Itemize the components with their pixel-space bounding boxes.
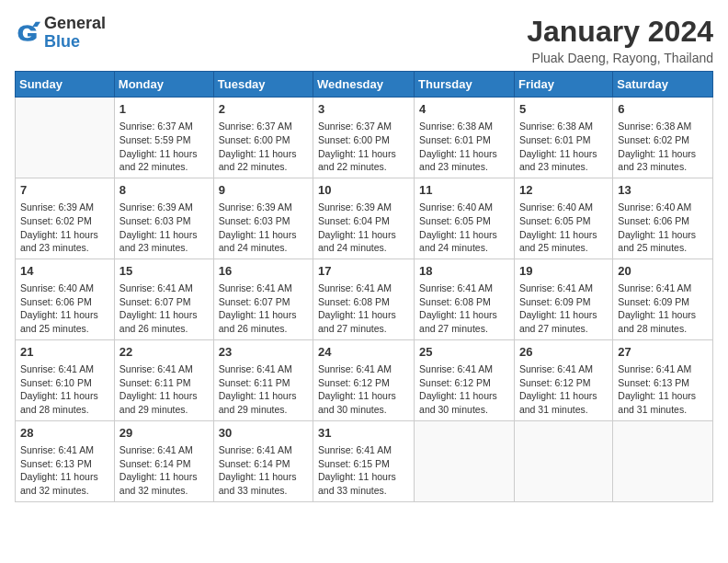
day-number: 22 [119,344,209,361]
day-number: 29 [119,425,209,442]
day-info: Sunrise: 6:41 AMSunset: 6:12 PMDaylight:… [519,362,608,417]
day-number: 2 [219,101,308,118]
weekday-header-tuesday: Tuesday [213,72,313,98]
day-number: 9 [219,182,308,199]
day-number: 23 [219,344,308,361]
day-number: 14 [20,263,109,280]
calendar-cell: 23Sunrise: 6:41 AMSunset: 6:11 PMDayligh… [213,339,313,420]
day-number: 20 [618,263,708,280]
day-number: 28 [20,425,109,442]
day-number: 3 [318,101,409,118]
day-info: Sunrise: 6:40 AMSunset: 6:06 PMDaylight:… [618,201,708,255]
day-number: 18 [419,263,509,280]
day-number: 17 [318,263,409,280]
calendar-cell: 7Sunrise: 6:39 AMSunset: 6:02 PMDaylight… [16,178,115,259]
day-info: Sunrise: 6:41 AMSunset: 6:12 PMDaylight:… [419,362,509,417]
weekday-header-thursday: Thursday [415,72,515,98]
calendar-cell: 6Sunrise: 6:38 AMSunset: 6:02 PMDaylight… [613,98,713,178]
calendar-cell: 15Sunrise: 6:41 AMSunset: 6:07 PMDayligh… [114,259,213,339]
day-number: 24 [318,344,409,361]
calendar-cell [16,98,115,178]
day-info: Sunrise: 6:39 AMSunset: 6:03 PMDaylight:… [219,201,308,255]
day-info: Sunrise: 6:40 AMSunset: 6:05 PMDaylight:… [419,201,509,255]
day-info: Sunrise: 6:41 AMSunset: 6:13 PMDaylight:… [618,362,708,417]
calendar-cell: 30Sunrise: 6:41 AMSunset: 6:14 PMDayligh… [213,420,313,501]
day-number: 5 [519,101,608,118]
day-info: Sunrise: 6:41 AMSunset: 6:08 PMDaylight:… [318,282,409,336]
day-number: 8 [119,182,209,199]
day-info: Sunrise: 6:41 AMSunset: 6:12 PMDaylight:… [318,362,409,417]
day-number: 6 [618,101,708,118]
calendar-cell: 16Sunrise: 6:41 AMSunset: 6:07 PMDayligh… [213,259,313,339]
day-number: 25 [419,344,509,361]
calendar-cell: 20Sunrise: 6:41 AMSunset: 6:09 PMDayligh… [613,259,713,339]
day-number: 4 [419,101,509,118]
logo: General Blue [15,15,106,52]
calendar-cell: 9Sunrise: 6:39 AMSunset: 6:03 PMDaylight… [213,178,313,259]
day-number: 27 [618,344,708,361]
calendar-cell: 21Sunrise: 6:41 AMSunset: 6:10 PMDayligh… [16,339,115,420]
day-info: Sunrise: 6:39 AMSunset: 6:04 PMDaylight:… [318,201,409,255]
day-info: Sunrise: 6:41 AMSunset: 6:14 PMDaylight:… [219,443,308,498]
day-info: Sunrise: 6:41 AMSunset: 6:08 PMDaylight:… [419,282,509,336]
calendar-cell: 1Sunrise: 6:37 AMSunset: 5:59 PMDaylight… [114,98,213,178]
calendar-cell: 29Sunrise: 6:41 AMSunset: 6:14 PMDayligh… [114,420,213,501]
day-info: Sunrise: 6:41 AMSunset: 6:13 PMDaylight:… [20,443,109,498]
calendar-cell: 26Sunrise: 6:41 AMSunset: 6:12 PMDayligh… [514,339,612,420]
logo-blue: Blue [44,32,80,51]
logo-general: General [44,14,106,32]
calendar-cell: 28Sunrise: 6:41 AMSunset: 6:13 PMDayligh… [16,420,115,501]
calendar-cell: 27Sunrise: 6:41 AMSunset: 6:13 PMDayligh… [613,339,713,420]
day-number: 19 [519,263,608,280]
day-info: Sunrise: 6:38 AMSunset: 6:01 PMDaylight:… [419,120,509,174]
weekday-header-row: SundayMondayTuesdayWednesdayThursdayFrid… [16,72,713,98]
day-info: Sunrise: 6:38 AMSunset: 6:01 PMDaylight:… [519,120,608,174]
calendar-week-1: 1Sunrise: 6:37 AMSunset: 5:59 PMDaylight… [16,98,713,178]
calendar-cell [415,420,515,501]
weekday-header-wednesday: Wednesday [313,72,415,98]
day-info: Sunrise: 6:41 AMSunset: 6:14 PMDaylight:… [119,443,209,498]
day-info: Sunrise: 6:39 AMSunset: 6:03 PMDaylight:… [119,201,209,255]
day-number: 16 [219,263,308,280]
day-info: Sunrise: 6:41 AMSunset: 6:09 PMDaylight:… [618,282,708,336]
day-number: 21 [20,344,109,361]
day-number: 12 [519,182,608,199]
weekday-header-monday: Monday [114,72,213,98]
day-info: Sunrise: 6:40 AMSunset: 6:06 PMDaylight:… [20,282,109,336]
calendar-cell: 10Sunrise: 6:39 AMSunset: 6:04 PMDayligh… [313,178,415,259]
page-header: General Blue January 2024 Pluak Daeng, R… [15,15,713,65]
calendar-week-4: 21Sunrise: 6:41 AMSunset: 6:10 PMDayligh… [16,339,713,420]
day-number: 13 [618,182,708,199]
calendar-week-5: 28Sunrise: 6:41 AMSunset: 6:13 PMDayligh… [16,420,713,501]
calendar-cell: 25Sunrise: 6:41 AMSunset: 6:12 PMDayligh… [415,339,515,420]
day-info: Sunrise: 6:41 AMSunset: 6:11 PMDaylight:… [219,362,308,417]
calendar-table: SundayMondayTuesdayWednesdayThursdayFrid… [15,71,713,502]
calendar-cell: 8Sunrise: 6:39 AMSunset: 6:03 PMDaylight… [114,178,213,259]
day-number: 1 [119,101,209,118]
day-number: 10 [318,182,409,199]
day-info: Sunrise: 6:37 AMSunset: 6:00 PMDaylight:… [219,120,308,174]
month-year: January 2024 [527,15,713,49]
calendar-cell: 5Sunrise: 6:38 AMSunset: 6:01 PMDaylight… [514,98,612,178]
calendar-cell: 31Sunrise: 6:41 AMSunset: 6:15 PMDayligh… [313,420,415,501]
calendar-cell [613,420,713,501]
day-info: Sunrise: 6:40 AMSunset: 6:05 PMDaylight:… [519,201,608,255]
logo-icon [15,20,40,46]
day-number: 7 [20,182,109,199]
day-info: Sunrise: 6:41 AMSunset: 6:07 PMDaylight:… [119,282,209,336]
day-info: Sunrise: 6:41 AMSunset: 6:07 PMDaylight:… [219,282,308,336]
calendar-cell: 18Sunrise: 6:41 AMSunset: 6:08 PMDayligh… [415,259,515,339]
day-info: Sunrise: 6:37 AMSunset: 6:00 PMDaylight:… [318,120,409,174]
calendar-cell: 13Sunrise: 6:40 AMSunset: 6:06 PMDayligh… [613,178,713,259]
day-info: Sunrise: 6:41 AMSunset: 6:10 PMDaylight:… [20,362,109,417]
calendar-cell [514,420,612,501]
day-info: Sunrise: 6:41 AMSunset: 6:11 PMDaylight:… [119,362,209,417]
calendar-cell: 3Sunrise: 6:37 AMSunset: 6:00 PMDaylight… [313,98,415,178]
title-block: January 2024 Pluak Daeng, Rayong, Thaila… [527,15,713,65]
calendar-cell: 19Sunrise: 6:41 AMSunset: 6:09 PMDayligh… [514,259,612,339]
day-number: 11 [419,182,509,199]
calendar-cell: 24Sunrise: 6:41 AMSunset: 6:12 PMDayligh… [313,339,415,420]
weekday-header-saturday: Saturday [613,72,713,98]
calendar-cell: 11Sunrise: 6:40 AMSunset: 6:05 PMDayligh… [415,178,515,259]
calendar-week-3: 14Sunrise: 6:40 AMSunset: 6:06 PMDayligh… [16,259,713,339]
